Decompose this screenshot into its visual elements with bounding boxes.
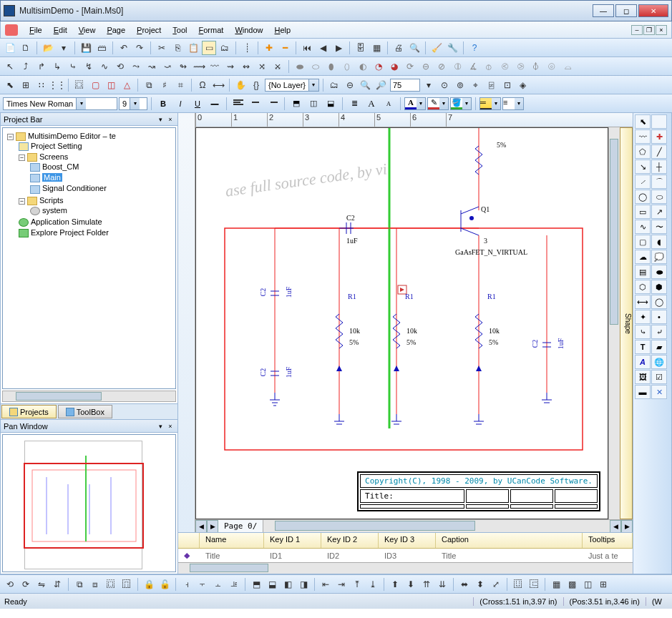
nav-prev-icon[interactable]: ◀ — [316, 41, 330, 55]
rect-r-icon[interactable]: ▢ — [88, 78, 102, 92]
p-arrow1-icon[interactable]: ↘ — [635, 160, 651, 174]
font-size-combo[interactable]: 9▾ — [119, 97, 147, 110]
group-icon[interactable]: ⿴ — [72, 78, 87, 92]
tool-a-icon[interactable]: 🧹 — [429, 41, 444, 55]
print-icon[interactable]: 🖨 — [391, 41, 406, 55]
p-ellipse-icon[interactable]: ◯ — [635, 190, 651, 204]
crop-icon[interactable]: ♯ — [157, 78, 172, 92]
redo-icon[interactable]: ↷ — [132, 41, 147, 55]
p-curve2-icon[interactable]: 〜 — [651, 220, 667, 234]
zoom-p-icon[interactable]: ⊡ — [500, 78, 515, 92]
p-lineh-icon[interactable]: ┼ — [651, 160, 667, 174]
shape-c2-icon[interactable]: ◕ — [387, 59, 401, 74]
p-empty-icon[interactable] — [651, 114, 667, 129]
shape-blob1-icon[interactable]: ⬬ — [293, 59, 307, 74]
page-prev-button[interactable]: ◀ — [195, 520, 207, 533]
p-plus-icon[interactable]: ✚ — [651, 129, 667, 144]
list-button[interactable]: ≣ — [346, 97, 362, 111]
pin-icon[interactable]: ▾ — [156, 115, 165, 124]
grid2-icon[interactable]: ∷ — [34, 78, 49, 92]
minimize-button[interactable]: — — [593, 4, 614, 17]
undo-icon[interactable]: ↶ — [117, 41, 131, 55]
p-oval-icon[interactable]: ◯ — [651, 295, 667, 309]
p-dot-icon[interactable]: • — [651, 310, 667, 324]
preview-icon[interactable]: 🔍 — [407, 41, 422, 55]
sz3-icon[interactable]: ⤢ — [489, 577, 503, 592]
align-center-button[interactable] — [248, 97, 263, 111]
valign-bot-button[interactable]: ⬓ — [323, 97, 339, 111]
tool-b-icon[interactable]: 🔧 — [445, 41, 459, 55]
p-globe-icon[interactable]: 🌐 — [651, 355, 667, 369]
col-key2[interactable]: Key ID 2 — [321, 533, 379, 548]
p-rrect-icon[interactable]: ▢ — [635, 235, 651, 249]
arr2-icon[interactable]: ⧈ — [88, 577, 102, 592]
flip-h-icon[interactable]: ⇋ — [34, 577, 49, 592]
p-hex-icon[interactable]: ⬡ — [635, 280, 651, 294]
tree-explore[interactable]: Explore Project Folder — [19, 227, 172, 238]
align-left-button[interactable] — [230, 97, 246, 111]
shape-c3-icon[interactable]: ⟳ — [403, 59, 417, 74]
arr1-icon[interactable]: ⧉ — [72, 577, 87, 592]
copy-icon[interactable]: ⎘ — [170, 41, 185, 55]
conn-5-icon[interactable]: ⤷ — [66, 59, 80, 74]
sz2-icon[interactable]: ⬍ — [473, 577, 487, 592]
tab-projects[interactable]: Projects — [1, 405, 57, 418]
col-name[interactable]: Name — [200, 533, 264, 548]
conn-18-icon[interactable]: ⤩ — [271, 59, 285, 74]
p-chk-icon[interactable]: ☑ — [651, 370, 667, 384]
al7-icon[interactable]: ◧ — [281, 577, 295, 592]
conn-9-icon[interactable]: ⤳ — [129, 59, 143, 74]
p-text-icon[interactable]: T — [635, 340, 651, 354]
schematic-canvas[interactable]: ase full source code, by vi — [195, 127, 608, 519]
cut-icon[interactable]: ✂ — [155, 41, 169, 55]
col-icon[interactable] — [178, 533, 200, 548]
conn-17-icon[interactable]: ⤨ — [255, 59, 269, 74]
hscroll-left-button[interactable]: ◀ — [610, 520, 621, 533]
open-icon[interactable]: 📂 — [41, 41, 55, 55]
conn-4-icon[interactable]: ↳ — [50, 59, 64, 74]
guideline-icon[interactable]: ┊ — [240, 41, 254, 55]
font-dec-button[interactable]: A — [381, 97, 396, 111]
open-dd-icon[interactable]: ▾ — [57, 41, 71, 55]
mdi-close-button[interactable]: × — [656, 25, 667, 35]
shape-c5-icon[interactable]: ⊘ — [434, 59, 449, 74]
conn-15-icon[interactable]: ⇝ — [223, 59, 238, 74]
tree-screen-boost[interactable]: Boost_CM — [30, 162, 172, 172]
italic-button[interactable]: I — [172, 97, 188, 111]
al3-icon[interactable]: ⫠ — [211, 577, 225, 592]
save-icon[interactable]: 💾 — [79, 41, 93, 55]
p-rect-icon[interactable]: ▭ — [635, 205, 651, 219]
strike-button[interactable]: — — [207, 97, 223, 111]
p-cyl-icon[interactable]: ⬬ — [651, 265, 667, 279]
dist1-icon[interactable]: ⇤ — [318, 577, 333, 592]
tree-screens[interactable]: Screens — [39, 152, 68, 161]
shape-c10-icon[interactable]: ⧁ — [513, 59, 527, 74]
shape-blob3-icon[interactable]: ⬮ — [324, 59, 339, 74]
al1-icon[interactable]: ⫞ — [180, 577, 194, 592]
zoom-area-icon[interactable]: ⊙ — [437, 78, 452, 92]
lineweight-button[interactable]: ≡▾ — [502, 97, 524, 110]
al6-icon[interactable]: ⬓ — [265, 577, 279, 592]
menu-view[interactable]: View — [74, 24, 100, 36]
p-ellipse2-icon[interactable]: ⬭ — [651, 190, 667, 204]
shape-c8-icon[interactable]: ⦶ — [482, 59, 496, 74]
line-color-button[interactable]: ✎▾ — [427, 97, 449, 110]
mdi-restore-button[interactable]: ❐ — [643, 25, 655, 35]
menu-project[interactable]: Project — [132, 24, 165, 36]
tree-scripts[interactable]: Scripts — [39, 196, 64, 205]
hand-icon[interactable]: ✋ — [233, 78, 248, 92]
p-callout-icon[interactable]: ◖ — [651, 235, 667, 249]
layers-icon[interactable]: 🗂 — [218, 41, 232, 55]
col-tooltips[interactable]: Tooltips — [583, 533, 633, 548]
new-icon[interactable]: 📄 — [3, 41, 17, 55]
ord3-icon[interactable]: ⇈ — [419, 577, 434, 592]
shape-c1-icon[interactable]: ◔ — [371, 59, 386, 74]
p-pointer-icon[interactable]: ⬉ — [635, 114, 651, 129]
ord4-icon[interactable]: ⇊ — [435, 577, 449, 592]
p-a-icon[interactable]: A — [635, 355, 651, 369]
conn-1-icon[interactable]: ↖ — [3, 59, 17, 74]
grid-icon[interactable]: ▦ — [369, 41, 384, 55]
p-flag-icon[interactable]: ▰ — [651, 340, 667, 354]
zoom-e-icon[interactable]: ◈ — [516, 78, 530, 92]
al5-icon[interactable]: ⬒ — [249, 577, 263, 592]
